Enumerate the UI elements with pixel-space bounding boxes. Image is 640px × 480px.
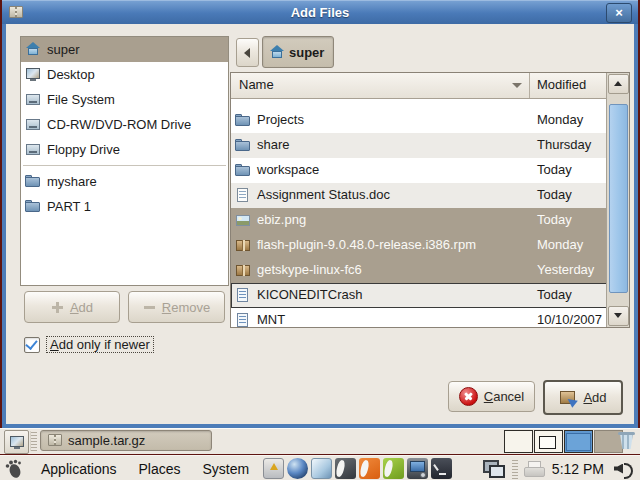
minus-icon <box>143 301 156 314</box>
titlebar[interactable]: Add Files × <box>2 0 638 24</box>
file-rows: ProjectsMondayshareThursdayworkspaceToda… <box>231 99 607 327</box>
location-label: super <box>289 45 324 60</box>
text-icon <box>235 288 251 303</box>
tray-drag-handle[interactable] <box>512 459 518 479</box>
photos-icon[interactable] <box>311 458 332 479</box>
sidebar-item-label: Desktop <box>47 67 95 82</box>
folder-icon <box>235 113 251 128</box>
add-to-selection-button[interactable]: Add <box>24 291 120 323</box>
sidebar-item-part-1[interactable]: PART 1 <box>21 194 228 219</box>
add-button-main-label: Add <box>583 390 606 405</box>
window-list-panel: sample.tar.gz <box>0 428 640 454</box>
terminal-icon[interactable] <box>431 458 452 479</box>
remove-button-label: Remove <box>162 300 210 315</box>
sidebar-item-floppy-drive[interactable]: Floppy Drive <box>21 137 228 162</box>
menu-system[interactable]: System <box>203 461 250 477</box>
down-arrow-icon <box>614 313 622 318</box>
media-player-icon[interactable] <box>407 458 428 479</box>
sidebar-item-label: PART 1 <box>47 199 91 214</box>
location-button-super[interactable]: super <box>262 36 334 68</box>
image-icon <box>235 213 251 228</box>
file-name: ebiz.png <box>257 212 306 227</box>
desktop-icon <box>25 67 41 82</box>
show-desktop-button[interactable] <box>4 430 29 454</box>
file-modified: Today <box>537 212 572 227</box>
sidebar-item-label: CD-RW/DVD-ROM Drive <box>47 117 191 132</box>
task-button-sample-tar-gz[interactable]: sample.tar.gz <box>40 430 212 451</box>
printer-icon[interactable] <box>524 461 544 477</box>
file-modified: Thursday <box>537 137 591 152</box>
office-calc-icon[interactable] <box>383 458 404 479</box>
scroll-up-button[interactable] <box>608 74 629 94</box>
network-icon[interactable] <box>482 459 504 478</box>
sidebar-item-desktop[interactable]: Desktop <box>21 62 228 87</box>
menu-bar: ApplicationsPlacesSystem <box>30 461 260 477</box>
office-impress-icon[interactable] <box>359 458 380 479</box>
file-row[interactable]: MNT10/10/2007 <box>231 308 607 327</box>
file-modified: Today <box>537 287 572 302</box>
file-row[interactable]: ProjectsMonday <box>231 108 607 133</box>
drive-icon <box>25 142 41 157</box>
workspace-1[interactable] <box>504 430 533 453</box>
sidebar-item-super[interactable]: super <box>21 37 228 62</box>
drive-icon <box>25 92 41 107</box>
trash-icon[interactable] <box>618 431 635 449</box>
folder-icon <box>235 138 251 153</box>
file-name: getskype-linux-fc6 <box>257 262 362 277</box>
launcher-area <box>263 458 455 479</box>
file-modified: 10/10/2007 <box>537 312 602 327</box>
clock[interactable]: 5:12 PM <box>552 461 604 477</box>
sidebar-separator <box>23 165 226 166</box>
up-arrow-icon <box>614 81 622 86</box>
sidebar-item-label: Floppy Drive <box>47 142 120 157</box>
home-icon <box>269 45 285 60</box>
file-row[interactable]: Assignment Status.docToday <box>231 183 607 208</box>
package-icon <box>235 263 251 278</box>
volume-icon[interactable] <box>614 461 634 477</box>
sidebar-item-cd-rw-dvd-rom-drive[interactable]: CD-RW/DVD-ROM Drive <box>21 112 228 137</box>
file-row-partial <box>231 99 607 108</box>
sidebar-item-label: File System <box>47 92 115 107</box>
file-row[interactable]: flash-plugin-9.0.48.0-release.i386.rpmMo… <box>231 233 607 258</box>
gnome-foot-icon[interactable] <box>4 459 24 479</box>
file-name: flash-plugin-9.0.48.0-release.i386.rpm <box>257 237 476 252</box>
checkbox-checked[interactable] <box>24 337 40 353</box>
file-name: KICONEDITCrash <box>257 287 362 302</box>
add-button[interactable]: Add <box>543 380 623 415</box>
file-name: Projects <box>257 112 304 127</box>
office-writer-icon[interactable] <box>335 458 356 479</box>
workspace-2[interactable] <box>534 430 563 453</box>
cancel-button[interactable]: Cancel <box>448 381 535 412</box>
workspace-3-active[interactable] <box>564 430 593 453</box>
menu-applications[interactable]: Applications <box>41 461 117 477</box>
checkbox-label[interactable]: Add only if newer <box>46 336 154 353</box>
sidebar-item-myshare[interactable]: myshare <box>21 169 228 194</box>
column-header-modified[interactable]: Modified <box>537 77 586 92</box>
remove-from-selection-button[interactable]: Remove <box>128 291 225 323</box>
folder-icon <box>25 199 41 214</box>
software-updater-icon[interactable] <box>263 458 284 479</box>
workspace-pager <box>504 430 624 453</box>
file-row[interactable]: KICONEDITCrashToday <box>231 283 607 308</box>
sidebar-item-label: myshare <box>47 174 97 189</box>
close-button[interactable]: × <box>606 3 632 23</box>
file-row[interactable]: getskype-linux-fc6Yesterday <box>231 258 607 283</box>
file-name: MNT <box>257 312 285 327</box>
folder-icon <box>235 163 251 178</box>
column-header-name[interactable]: Name <box>239 77 274 92</box>
vertical-scrollbar[interactable] <box>606 73 629 327</box>
file-row[interactable]: shareThursday <box>231 133 607 158</box>
file-name: share <box>257 137 290 152</box>
scroll-down-button[interactable] <box>608 306 629 326</box>
drive-icon <box>25 117 41 132</box>
add-only-if-newer-option: Add only if newer <box>24 336 154 353</box>
file-row[interactable]: ebiz.pngToday <box>231 208 607 233</box>
panel-drag-handle[interactable] <box>30 431 37 451</box>
back-button[interactable] <box>236 38 259 67</box>
file-name: Assignment Status.doc <box>257 187 390 202</box>
file-row[interactable]: workspaceToday <box>231 158 607 183</box>
scrollbar-thumb[interactable] <box>609 104 628 293</box>
menu-places[interactable]: Places <box>139 461 181 477</box>
web-browser-icon[interactable] <box>287 458 308 479</box>
sidebar-item-file-system[interactable]: File System <box>21 87 228 112</box>
